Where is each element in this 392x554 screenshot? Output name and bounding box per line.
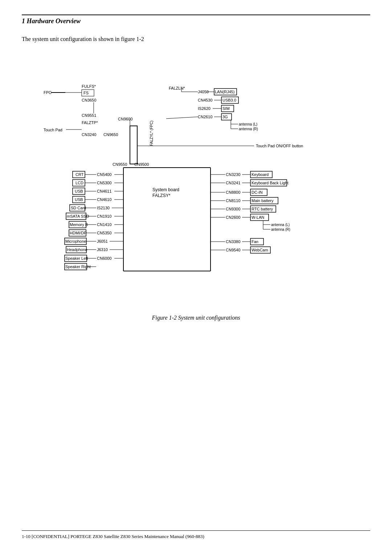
rtcbattery-box-label: RTC battery [252, 207, 273, 211]
cn3241-label: CN3241 [226, 181, 240, 185]
hdmidp-box-label: HDMI/DP [70, 231, 86, 235]
cn9551-label: CN9551 [82, 113, 96, 118]
svg-rect-6 [130, 126, 137, 164]
sdcard-box-label: SD Card [71, 206, 86, 210]
fulfs-label: FULFS* [82, 84, 96, 89]
keyboard-box-label: Keyboard [252, 172, 269, 177]
figure-caption: Figure 1-2 System unit configurations [22, 315, 370, 321]
cn3380-label: CN3380 [226, 239, 240, 244]
speakerleft-box-label: Speaker Left [65, 256, 88, 260]
cn9550-label: CN9550 [113, 162, 127, 167]
3g-antenna-r-label: antenna (R) [239, 127, 258, 131]
touchpad-label: Touch Pad [44, 128, 62, 132]
msata-box-label: mSATA SSD [67, 214, 89, 218]
cn2610-label: CN2610 [198, 115, 212, 119]
cn3240-label: CN3240 [82, 132, 96, 137]
wlan-box-label: W-LAN [252, 215, 264, 219]
fpc-label: FPC [44, 90, 52, 95]
is2620-label: IS2620 [198, 106, 211, 111]
3g-antenna-l-label: antenna (L) [239, 122, 257, 126]
j6310-label: J6310 [97, 247, 108, 252]
cn9540-label: CN9540 [226, 248, 240, 252]
headphone-box-label: Headphone [67, 247, 87, 252]
sim-box-label: SIM [222, 106, 230, 111]
falzln-label: FALZLN* [169, 86, 185, 90]
wlan-antenna-r-label: antenna (R) [271, 227, 290, 231]
cn6000-label: CN6000 [97, 256, 111, 260]
cn4530-label: CN4530 [198, 98, 212, 102]
cn9650-label: CN9650 [103, 132, 118, 137]
wlan-antenna-l-label: antenna (L) [271, 223, 290, 227]
falztp-label: FALZTP* [82, 120, 98, 125]
is2130-label: IS2130 [97, 206, 110, 210]
cn5350-label: CN5350 [97, 231, 111, 235]
cn1910-label: CN1910 [97, 214, 111, 218]
cn4611-label: CN4611 [97, 189, 111, 193]
usb1-box-label: USB [75, 189, 83, 193]
cn8110-label: CN8110 [226, 198, 240, 203]
cn9600-label: CN9600 [118, 117, 132, 121]
intro-paragraph: The system unit configuration is shown i… [22, 36, 370, 42]
cn3650-label: CN3650 [82, 98, 96, 102]
svg-line-89 [166, 117, 198, 119]
falzyl-fpc-label: FALZYL* (FPC) [150, 121, 154, 146]
cn1410-label: CN1410 [97, 222, 111, 227]
lan-rj45-label: LAN(RJ45) [215, 90, 234, 94]
footer-text: 1-10 [CONFIDENTIAL] PORTEGE Z830 Satelli… [22, 534, 204, 539]
system-board-label: System board [152, 187, 179, 192]
memoryb-box-label: Memory B [70, 222, 88, 227]
3g-box-label: 3G [222, 115, 228, 119]
microphone-box-label: Microphone [65, 239, 86, 243]
j6051-label: J6051 [97, 239, 108, 243]
cn5400-label: CN5400 [97, 172, 111, 177]
cn9300-label: CN9300 [226, 207, 240, 211]
footer: 1-10 [CONFIDENTIAL] PORTEGE Z830 Satelli… [22, 530, 370, 539]
crt-box-label: CRT [75, 172, 84, 177]
cn4610-label: CN4610 [97, 197, 111, 202]
cn2600-label: CN2600 [226, 215, 240, 219]
kbbacklight-box-label: Keyboard Back Light [252, 181, 289, 185]
diagram-container: FPC FULFS* FS CN3650 CN9551 FALZTP* Touc… [22, 53, 370, 307]
touchpad-onoff-label: Touch Pad ON/OFF button [256, 144, 303, 148]
mainbattery-box-label: Main battery [252, 198, 274, 203]
header-section: 1 Hardware Overview [22, 15, 370, 25]
cn8800-label: CN8800 [226, 190, 240, 194]
webcam-box-label: WebCam [252, 248, 268, 252]
chapter-title: 1 Hardware Overview [22, 17, 81, 25]
dcin-box-label: DC-IN [252, 190, 263, 194]
usb30-box-label: USB3.0 [222, 98, 236, 102]
fan-box-label: Fan [252, 239, 258, 244]
page: 1 Hardware Overview The system unit conf… [0, 0, 392, 554]
usb2-box-label: USB [75, 197, 83, 202]
falzsy-label: FALZSY* [152, 193, 171, 198]
fs-label: FS [83, 91, 89, 95]
lcd-box-label: LCD [75, 181, 83, 185]
cn5300-label: CN5300 [97, 181, 111, 185]
system-diagram: FPC FULFS* FS CN3650 CN9551 FALZTP* Touc… [40, 53, 352, 307]
cn3230-label: CN3230 [226, 172, 240, 177]
